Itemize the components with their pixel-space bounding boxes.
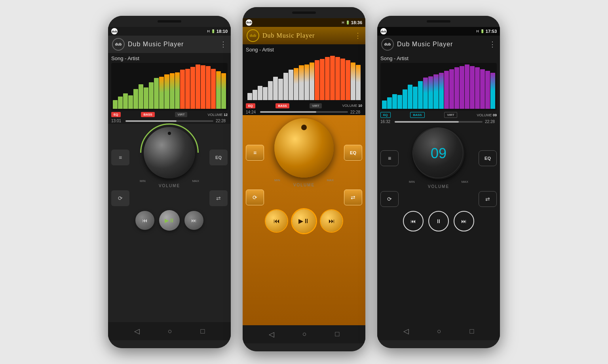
play-btn-1[interactable]: ▶⏸ [159, 210, 180, 231]
shuffle-btn-3[interactable]: ⇄ [479, 191, 497, 207]
shuffle-btn-2[interactable]: ⇄ [344, 190, 362, 205]
min-label-1: MIN [140, 179, 146, 183]
status-bar-1: dub H 🔋 18:10 [108, 27, 231, 36]
next-icon-3: ⏭ [461, 218, 467, 224]
phone-bottom-bar-2 [243, 343, 365, 351]
volume-label-2: VOLUME 10 [342, 104, 362, 108]
eq-btn-1[interactable]: EQ [209, 150, 228, 165]
nav-recent-3[interactable]: □ [469, 327, 474, 336]
eq-badge-2[interactable]: EQ [246, 103, 255, 108]
play-btn-2[interactable]: ▶⏸ [292, 209, 316, 233]
shuffle-btn-1[interactable]: ⇄ [209, 190, 228, 206]
progress-bar-bg-2[interactable] [260, 111, 348, 113]
eq-badge-1[interactable]: EQ [111, 112, 121, 117]
prev-btn-3[interactable]: ⏮ [403, 211, 424, 231]
song-title-3: Song - Artist [380, 55, 497, 61]
time-total-3: 22:28 [485, 119, 497, 124]
nav-back-2[interactable]: ◁ [269, 330, 274, 339]
menu-dots-2[interactable]: ⋮ [354, 31, 361, 40]
eq-btn-2[interactable]: EQ [344, 145, 362, 161]
speaker-grille-1 [158, 20, 181, 23]
phone-1: dub H 🔋 18:10 dub Dub Music Player ⋮ Son… [108, 16, 231, 348]
bass-badge-3[interactable]: BASS [410, 112, 424, 118]
status-icons-3: H 🔋 17:53 [476, 29, 497, 34]
nav-recent-1[interactable]: □ [200, 327, 205, 336]
play-icon-3: ⏸ [436, 218, 441, 224]
progress-bar-bg-1[interactable] [125, 120, 213, 122]
playlist-btn-2[interactable]: ≡ [246, 145, 264, 161]
volume-min-max-2: MIN MAX [274, 178, 334, 182]
top-controls-row-3: ≡ 09 MIN MAX VOLUME EQ [380, 128, 497, 189]
app-title-3: Dub Music Player [397, 41, 486, 48]
time-current-3: 16:32 [380, 119, 392, 124]
phone-top-bar-3 [377, 16, 500, 27]
signal-icon-2: H [342, 21, 344, 25]
volume-knob-1[interactable] [144, 127, 195, 178]
second-controls-row-2: ⟳ ⇄ [246, 190, 362, 205]
play-btn-3[interactable]: ⏸ [428, 211, 449, 231]
playlist-btn-1[interactable]: ≡ [111, 150, 129, 165]
volume-label-3: VOLUME 09 [477, 113, 497, 117]
phone-bottom-bar-1 [108, 340, 231, 348]
battery-icon-1: 🔋 [211, 29, 215, 33]
nav-back-3[interactable]: ◁ [403, 327, 409, 336]
virt-badge-1[interactable]: VIRT [175, 112, 187, 117]
app-header-3: dub Dub Music Player ⋮ [377, 36, 500, 53]
phone-2: dub H 🔋 18:36 dub Dub Music Player ⋮ Son… [243, 7, 365, 351]
next-btn-3[interactable]: ⏭ [454, 211, 474, 231]
progress-bar-bg-3[interactable] [395, 121, 483, 123]
phone-3: dub H 🔋 17:53 dub Dub Music Player ⋮ Son… [377, 16, 500, 348]
volume-knob-3[interactable]: 09 [413, 128, 464, 179]
top-controls-row-1: ≡ MIN MAX VOLUME EQ [111, 127, 228, 188]
phone-screen-2: dub H 🔋 18:36 dub Dub Music Player ⋮ Son… [243, 18, 365, 343]
song-title-2: Song - Artist [246, 47, 362, 53]
nav-recent-2[interactable]: □ [335, 330, 339, 338]
nav-home-1[interactable]: ○ [168, 327, 172, 336]
phone-screen-3: dub H 🔋 17:53 dub Dub Music Player ⋮ Son… [377, 27, 500, 340]
bass-badge-2[interactable]: BASS [276, 103, 289, 108]
menu-dots-1[interactable]: ⋮ [220, 40, 227, 49]
nav-home-2[interactable]: ○ [302, 330, 307, 338]
volume-label-1: VOLUME 12 [207, 113, 228, 117]
volume-text-3: VOLUME [428, 184, 449, 189]
bass-badge-1[interactable]: BASS [141, 112, 154, 117]
repeat-btn-3[interactable]: ⟳ [380, 191, 399, 207]
playback-row-1: ⏮ ▶⏸ ⏭ [111, 209, 228, 232]
progress-section-1: 13:01 22:28 [108, 118, 231, 124]
time-2: 18:36 [351, 20, 362, 25]
dub-logo-status-1: dub [111, 28, 118, 34]
eq-badge-3[interactable]: EQ [380, 112, 391, 118]
app-title-1: Dub Music Player [128, 41, 217, 48]
time-3: 17:53 [486, 29, 497, 34]
menu-dots-3[interactable]: ⋮ [489, 40, 496, 49]
virt-badge-2[interactable]: VIRT [310, 103, 321, 108]
status-bar-2: dub H 🔋 18:36 [243, 18, 365, 27]
app-logo-1: dub [112, 38, 125, 51]
next-btn-1[interactable]: ⏭ [184, 211, 203, 230]
time-total-1: 22:28 [216, 119, 228, 123]
visualizer-section-2: Song - Artist [243, 44, 365, 102]
virt-badge-3[interactable]: VIRT [444, 112, 457, 118]
volume-text-2: VOLUME [293, 183, 315, 187]
volume-value-2: 10 [358, 104, 362, 108]
repeat-btn-1[interactable]: ⟳ [111, 190, 129, 206]
max-label-3: MAX [462, 180, 468, 184]
playlist-btn-3[interactable]: ≡ [380, 150, 399, 166]
next-btn-2[interactable]: ⏭ [321, 210, 342, 232]
volume-knob-2[interactable] [274, 118, 334, 178]
nav-bar-2: ◁ ○ □ [243, 325, 365, 343]
knob-number-3: 09 [431, 145, 446, 162]
phone-top-bar-1 [108, 16, 231, 27]
nav-home-3[interactable]: ○ [437, 327, 441, 336]
time-1: 18:10 [217, 29, 228, 34]
prev-btn-1[interactable]: ⏮ [135, 211, 154, 230]
knob-container-2: MIN MAX VOLUME [274, 118, 334, 187]
phone-screen-1: dub H 🔋 18:10 dub Dub Music Player ⋮ Son… [108, 27, 231, 340]
nav-back-1[interactable]: ◁ [134, 327, 140, 336]
repeat-btn-2[interactable]: ⟳ [246, 190, 264, 205]
eq-btn-3[interactable]: EQ [479, 150, 497, 166]
prev-btn-2[interactable]: ⏮ [266, 210, 287, 232]
volume-value-1: 12 [224, 113, 228, 117]
volume-min-max-3: MIN MAX [409, 180, 468, 184]
nav-bar-1: ◁ ○ □ [108, 322, 231, 340]
